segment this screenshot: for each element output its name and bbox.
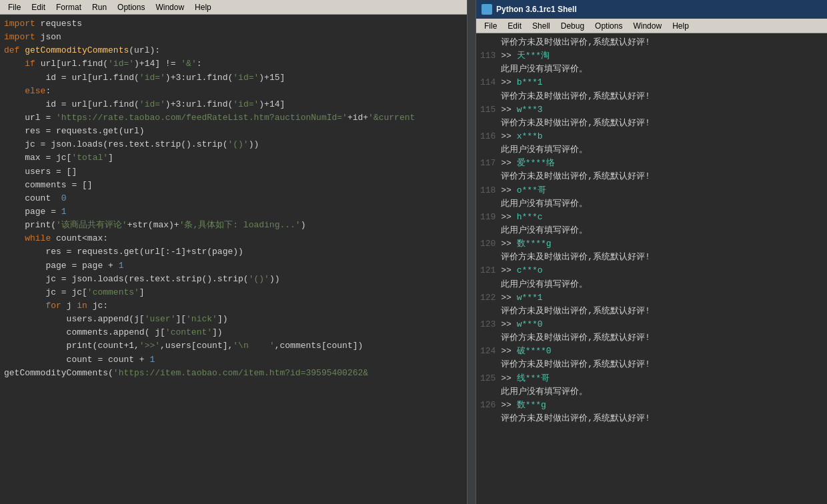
code-line: else: bbox=[4, 85, 464, 98]
shell-line: 评价方未及时做出评价,系统默认好评! bbox=[480, 331, 824, 345]
code-line: comments = [] bbox=[4, 179, 464, 192]
shell-line: 此用户没有填写评价。 bbox=[480, 278, 824, 291]
shell-line: 113 >> 天***淘 bbox=[480, 49, 824, 63]
shell-menu-options[interactable]: Options bbox=[590, 21, 628, 31]
menu-window[interactable]: Window bbox=[150, 2, 189, 13]
left-panel: File Edit Format Run Options Window Help… bbox=[0, 0, 467, 504]
panel-divider bbox=[467, 0, 476, 504]
code-line: jc = jc['comments'] bbox=[4, 286, 464, 299]
code-line: res = requests.get(url[:-1]+str(page)) bbox=[4, 245, 464, 259]
code-line: print(count+1,'>>',users[count],'\n ',co… bbox=[4, 339, 464, 353]
shell-line: 121 >> c***o bbox=[480, 264, 824, 277]
shell-menu-shell[interactable]: Shell bbox=[527, 21, 556, 31]
code-line: import json bbox=[4, 31, 464, 44]
shell-line: 评价方未及时做出评价,系统默认好评! bbox=[480, 358, 824, 371]
right-menubar: File Edit Shell Debug Options Window Hel… bbox=[476, 19, 827, 33]
shell-title: Python 3.6.1rc1 Shell bbox=[496, 5, 577, 14]
shell-line: 126 >> 数***g bbox=[480, 399, 824, 412]
shell-line: 此用户没有填写评价。 bbox=[480, 63, 824, 76]
shell-menu-help[interactable]: Help bbox=[667, 21, 694, 31]
shell-line: 115 >> w***3 bbox=[480, 103, 824, 117]
code-line: users = [] bbox=[4, 165, 464, 179]
shell-line: 119 >> h***c bbox=[480, 211, 824, 224]
right-panel: Python 3.6.1rc1 Shell File Edit Shell De… bbox=[476, 0, 827, 504]
right-titlebar: Python 3.6.1rc1 Shell bbox=[476, 0, 827, 19]
python-icon bbox=[482, 4, 492, 15]
shell-line: 120 >> 数****g bbox=[480, 237, 824, 251]
code-line: users.append(j['user']['nick']) bbox=[4, 313, 464, 326]
shell-line: 此用户没有填写评价。 bbox=[480, 197, 824, 211]
shell-menu-file[interactable]: File bbox=[479, 21, 502, 31]
code-line: url = 'https://rate.taobao.com/feedRateL… bbox=[4, 111, 464, 125]
code-line: res = requests.get(url) bbox=[4, 125, 464, 138]
code-line: page = 1 bbox=[4, 205, 464, 219]
left-menubar: File Edit Format Run Options Window Help bbox=[0, 0, 467, 15]
menu-help[interactable]: Help bbox=[189, 2, 217, 13]
shell-menu-edit[interactable]: Edit bbox=[502, 21, 527, 31]
code-line: page = page + 1 bbox=[4, 259, 464, 273]
shell-output: 评价方未及时做出评价,系统默认好评! 113 >> 天***淘 此用户没有填写评… bbox=[476, 33, 827, 504]
code-line: for j in jc: bbox=[4, 299, 464, 313]
menu-options[interactable]: Options bbox=[112, 2, 150, 13]
code-line: while count<max: bbox=[4, 232, 464, 245]
shell-line: 评价方未及时做出评价,系统默认好评! bbox=[480, 36, 824, 49]
shell-line: 124 >> 破****0 bbox=[480, 345, 824, 358]
shell-line: 此用户没有填写评价。 bbox=[480, 224, 824, 237]
shell-line: 116 >> x***b bbox=[480, 130, 824, 143]
code-line: id = url[url.find('id=')+3:url.find('id=… bbox=[4, 98, 464, 111]
shell-line: 评价方未及时做出评价,系统默认好评! bbox=[480, 251, 824, 264]
code-line: print('该商品共有评论'+str(max)+'条,具体如下: loadin… bbox=[4, 219, 464, 232]
menu-run[interactable]: Run bbox=[87, 2, 112, 13]
shell-menu-window[interactable]: Window bbox=[628, 21, 667, 31]
code-line: id = url[url.find('id=')+3:url.find('id=… bbox=[4, 71, 464, 85]
shell-line: 117 >> 爱****络 bbox=[480, 157, 824, 170]
shell-line: 此用户没有填写评价。 bbox=[480, 385, 824, 399]
shell-menu-debug[interactable]: Debug bbox=[556, 21, 590, 31]
code-line: count 0 bbox=[4, 192, 464, 205]
shell-line: 评价方未及时做出评价,系统默认好评! bbox=[480, 117, 824, 130]
shell-line: 122 >> w***1 bbox=[480, 291, 824, 305]
shell-line: 评价方未及时做出评价,系统默认好评! bbox=[480, 90, 824, 103]
code-line: import requests bbox=[4, 17, 464, 31]
shell-line: 125 >> 线***哥 bbox=[480, 372, 824, 385]
shell-line: 此用户没有填写评价。 bbox=[480, 143, 824, 157]
code-line: count = count + 1 bbox=[4, 353, 464, 367]
menu-edit[interactable]: Edit bbox=[26, 2, 51, 13]
code-editor[interactable]: import requests import json def getCommo… bbox=[0, 15, 467, 504]
code-line: jc = json.loads(res.text.strip().strip('… bbox=[4, 138, 464, 151]
menu-format[interactable]: Format bbox=[51, 2, 87, 13]
shell-line: 评价方未及时做出评价,系统默认好评! bbox=[480, 305, 824, 318]
code-line: jc = json.loads(res.text.strip().strip('… bbox=[4, 273, 464, 286]
shell-line: 123 >> w***0 bbox=[480, 318, 824, 331]
shell-line: 118 >> o***哥 bbox=[480, 184, 824, 197]
shell-line: 评价方未及时做出评价,系统默认好评! bbox=[480, 170, 824, 183]
shell-line: 评价方未及时做出评价,系统默认好评! bbox=[480, 412, 824, 425]
code-line: getCommodityComments('https://item.taoba… bbox=[4, 367, 464, 380]
code-line: comments.append( j['content']) bbox=[4, 326, 464, 339]
code-line: max = jc['total'] bbox=[4, 151, 464, 165]
code-line: if url[url.find('id=')+14] != '&': bbox=[4, 57, 464, 71]
shell-line: 114 >> b***1 bbox=[480, 76, 824, 89]
code-line: def getCommodityComments(url): bbox=[4, 44, 464, 57]
menu-file[interactable]: File bbox=[3, 2, 26, 13]
